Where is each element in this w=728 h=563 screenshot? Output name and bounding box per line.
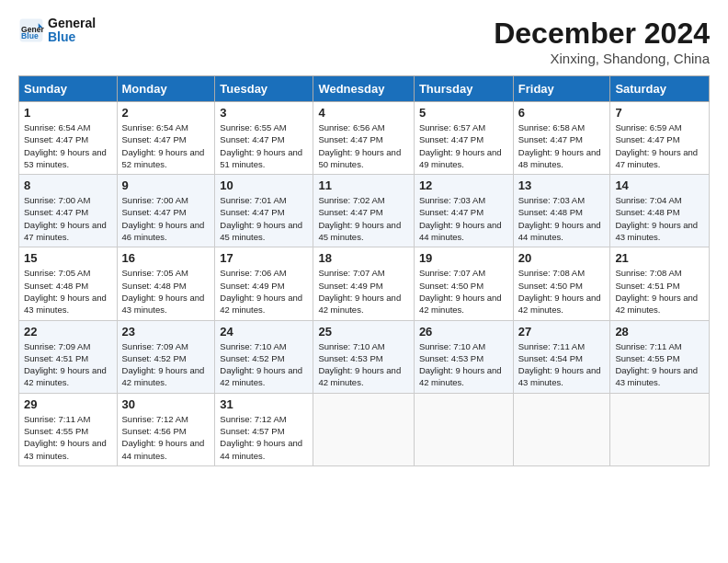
table-row: 4 Sunrise: 6:56 AM Sunset: 4:47 PM Dayli… bbox=[313, 102, 414, 175]
day-info: Sunrise: 7:11 AM Sunset: 4:55 PM Dayligh… bbox=[24, 413, 112, 462]
day-number: 6 bbox=[518, 106, 606, 120]
col-wednesday: Wednesday bbox=[313, 76, 414, 102]
day-info: Sunrise: 7:04 AM Sunset: 4:48 PM Dayligh… bbox=[615, 194, 704, 243]
day-info: Sunrise: 7:03 AM Sunset: 4:48 PM Dayligh… bbox=[518, 194, 606, 243]
col-monday: Monday bbox=[117, 76, 215, 102]
day-info: Sunrise: 7:10 AM Sunset: 4:53 PM Dayligh… bbox=[419, 340, 508, 389]
table-row: 21 Sunrise: 7:08 AM Sunset: 4:51 PM Dayl… bbox=[610, 247, 710, 320]
day-info: Sunrise: 6:58 AM Sunset: 4:47 PM Dayligh… bbox=[518, 121, 606, 170]
day-info: Sunrise: 7:00 AM Sunset: 4:47 PM Dayligh… bbox=[24, 194, 112, 243]
title-area: December 2024 Xinxing, Shandong, China bbox=[494, 17, 710, 66]
table-row: 12 Sunrise: 7:03 AM Sunset: 4:47 PM Dayl… bbox=[414, 175, 513, 247]
day-number: 19 bbox=[419, 251, 508, 265]
calendar-week-3: 15 Sunrise: 7:05 AM Sunset: 4:48 PM Dayl… bbox=[19, 247, 710, 320]
day-info: Sunrise: 7:05 AM Sunset: 4:48 PM Dayligh… bbox=[122, 267, 210, 316]
day-info: Sunrise: 7:08 AM Sunset: 4:50 PM Dayligh… bbox=[518, 267, 606, 316]
day-number: 25 bbox=[318, 325, 408, 339]
day-info: Sunrise: 6:55 AM Sunset: 4:47 PM Dayligh… bbox=[220, 121, 308, 170]
table-row: 9 Sunrise: 7:00 AM Sunset: 4:47 PM Dayli… bbox=[117, 175, 215, 247]
calendar-week-4: 22 Sunrise: 7:09 AM Sunset: 4:51 PM Dayl… bbox=[19, 320, 710, 393]
day-number: 13 bbox=[518, 178, 606, 192]
calendar-table: Sunday Monday Tuesday Wednesday Thursday… bbox=[18, 75, 710, 466]
day-info: Sunrise: 7:06 AM Sunset: 4:49 PM Dayligh… bbox=[220, 267, 308, 316]
day-number: 21 bbox=[615, 251, 704, 265]
table-row: 17 Sunrise: 7:06 AM Sunset: 4:49 PM Dayl… bbox=[215, 247, 313, 320]
day-info: Sunrise: 7:03 AM Sunset: 4:47 PM Dayligh… bbox=[419, 194, 508, 243]
day-number: 11 bbox=[318, 178, 408, 192]
table-row: 29 Sunrise: 7:11 AM Sunset: 4:55 PM Dayl… bbox=[19, 393, 118, 465]
table-row: 20 Sunrise: 7:08 AM Sunset: 4:50 PM Dayl… bbox=[513, 247, 610, 320]
calendar-week-5: 29 Sunrise: 7:11 AM Sunset: 4:55 PM Dayl… bbox=[19, 393, 710, 465]
table-row: 23 Sunrise: 7:09 AM Sunset: 4:52 PM Dayl… bbox=[117, 320, 215, 393]
table-row bbox=[313, 393, 414, 465]
day-number: 7 bbox=[615, 106, 704, 120]
col-tuesday: Tuesday bbox=[215, 76, 313, 102]
calendar-header-row: Sunday Monday Tuesday Wednesday Thursday… bbox=[19, 76, 710, 102]
table-row: 18 Sunrise: 7:07 AM Sunset: 4:49 PM Dayl… bbox=[313, 247, 414, 320]
day-number: 2 bbox=[122, 106, 210, 120]
day-number: 4 bbox=[318, 106, 408, 120]
day-info: Sunrise: 7:11 AM Sunset: 4:54 PM Dayligh… bbox=[518, 340, 606, 389]
day-number: 12 bbox=[419, 178, 508, 192]
table-row: 31 Sunrise: 7:12 AM Sunset: 4:57 PM Dayl… bbox=[215, 393, 313, 465]
page: General Blue General Blue December 2024 … bbox=[0, 0, 728, 476]
day-info: Sunrise: 7:11 AM Sunset: 4:55 PM Dayligh… bbox=[615, 340, 704, 389]
day-info: Sunrise: 7:12 AM Sunset: 4:56 PM Dayligh… bbox=[122, 413, 210, 462]
table-row: 25 Sunrise: 7:10 AM Sunset: 4:53 PM Dayl… bbox=[313, 320, 414, 393]
day-info: Sunrise: 6:54 AM Sunset: 4:47 PM Dayligh… bbox=[122, 121, 210, 170]
day-number: 26 bbox=[419, 325, 508, 339]
table-row: 26 Sunrise: 7:10 AM Sunset: 4:53 PM Dayl… bbox=[414, 320, 513, 393]
table-row: 11 Sunrise: 7:02 AM Sunset: 4:47 PM Dayl… bbox=[313, 175, 414, 247]
day-info: Sunrise: 6:59 AM Sunset: 4:47 PM Dayligh… bbox=[615, 121, 704, 170]
day-info: Sunrise: 7:07 AM Sunset: 4:49 PM Dayligh… bbox=[318, 267, 408, 316]
day-info: Sunrise: 7:12 AM Sunset: 4:57 PM Dayligh… bbox=[220, 413, 308, 462]
logo-icon: General Blue bbox=[18, 17, 44, 43]
day-info: Sunrise: 7:08 AM Sunset: 4:51 PM Dayligh… bbox=[615, 267, 704, 316]
table-row: 13 Sunrise: 7:03 AM Sunset: 4:48 PM Dayl… bbox=[513, 175, 610, 247]
svg-text:Blue: Blue bbox=[21, 32, 39, 41]
table-row: 3 Sunrise: 6:55 AM Sunset: 4:47 PM Dayli… bbox=[215, 102, 313, 175]
day-number: 22 bbox=[24, 325, 112, 339]
day-number: 18 bbox=[318, 251, 408, 265]
col-sunday: Sunday bbox=[19, 76, 118, 102]
day-number: 29 bbox=[24, 397, 112, 411]
day-number: 28 bbox=[615, 325, 704, 339]
day-number: 23 bbox=[122, 325, 210, 339]
day-number: 14 bbox=[615, 178, 704, 192]
day-number: 9 bbox=[122, 178, 210, 192]
table-row: 16 Sunrise: 7:05 AM Sunset: 4:48 PM Dayl… bbox=[117, 247, 215, 320]
day-info: Sunrise: 6:54 AM Sunset: 4:47 PM Dayligh… bbox=[24, 121, 112, 170]
logo-general: General bbox=[48, 17, 96, 30]
day-info: Sunrise: 7:02 AM Sunset: 4:47 PM Dayligh… bbox=[318, 194, 408, 243]
table-row: 30 Sunrise: 7:12 AM Sunset: 4:56 PM Dayl… bbox=[117, 393, 215, 465]
calendar-week-2: 8 Sunrise: 7:00 AM Sunset: 4:47 PM Dayli… bbox=[19, 175, 710, 247]
table-row: 2 Sunrise: 6:54 AM Sunset: 4:47 PM Dayli… bbox=[117, 102, 215, 175]
table-row: 7 Sunrise: 6:59 AM Sunset: 4:47 PM Dayli… bbox=[610, 102, 710, 175]
day-number: 17 bbox=[220, 251, 308, 265]
table-row: 10 Sunrise: 7:01 AM Sunset: 4:47 PM Dayl… bbox=[215, 175, 313, 247]
day-info: Sunrise: 7:10 AM Sunset: 4:52 PM Dayligh… bbox=[220, 340, 308, 389]
day-info: Sunrise: 6:56 AM Sunset: 4:47 PM Dayligh… bbox=[318, 121, 408, 170]
day-number: 1 bbox=[24, 106, 112, 120]
day-number: 10 bbox=[220, 178, 308, 192]
main-title: December 2024 bbox=[494, 17, 710, 51]
table-row: 22 Sunrise: 7:09 AM Sunset: 4:51 PM Dayl… bbox=[19, 320, 118, 393]
table-row: 27 Sunrise: 7:11 AM Sunset: 4:54 PM Dayl… bbox=[513, 320, 610, 393]
day-info: Sunrise: 7:05 AM Sunset: 4:48 PM Dayligh… bbox=[24, 267, 112, 316]
table-row: 6 Sunrise: 6:58 AM Sunset: 4:47 PM Dayli… bbox=[513, 102, 610, 175]
table-row: 5 Sunrise: 6:57 AM Sunset: 4:47 PM Dayli… bbox=[414, 102, 513, 175]
day-info: Sunrise: 7:09 AM Sunset: 4:52 PM Dayligh… bbox=[122, 340, 210, 389]
day-number: 20 bbox=[518, 251, 606, 265]
logo-blue: Blue bbox=[48, 30, 96, 44]
day-number: 16 bbox=[122, 251, 210, 265]
day-info: Sunrise: 7:10 AM Sunset: 4:53 PM Dayligh… bbox=[318, 340, 408, 389]
day-number: 15 bbox=[24, 251, 112, 265]
table-row: 19 Sunrise: 7:07 AM Sunset: 4:50 PM Dayl… bbox=[414, 247, 513, 320]
subtitle: Xinxing, Shandong, China bbox=[494, 51, 710, 66]
table-row: 14 Sunrise: 7:04 AM Sunset: 4:48 PM Dayl… bbox=[610, 175, 710, 247]
table-row: 28 Sunrise: 7:11 AM Sunset: 4:55 PM Dayl… bbox=[610, 320, 710, 393]
table-row bbox=[610, 393, 710, 465]
day-info: Sunrise: 7:01 AM Sunset: 4:47 PM Dayligh… bbox=[220, 194, 308, 243]
day-info: Sunrise: 7:09 AM Sunset: 4:51 PM Dayligh… bbox=[24, 340, 112, 389]
day-number: 24 bbox=[220, 325, 308, 339]
